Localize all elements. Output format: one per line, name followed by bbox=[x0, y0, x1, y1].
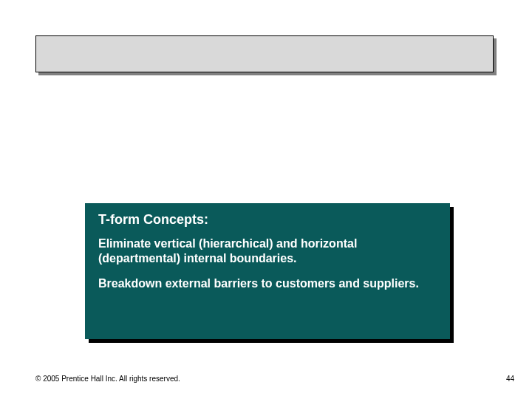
footer-copyright: © 2005 Prentice Hall Inc. All rights res… bbox=[35, 375, 180, 383]
concept-para-2: Breakdown external barriers to customers… bbox=[98, 276, 437, 291]
concept-heading: T-form Concepts: bbox=[98, 212, 437, 228]
concept-box: T-form Concepts: Eliminate vertical (hie… bbox=[85, 203, 450, 339]
title-bar bbox=[35, 35, 494, 72]
concept-para-1: Eliminate vertical (hierarchical) and ho… bbox=[98, 236, 437, 266]
slide-number: 44 bbox=[506, 375, 514, 383]
